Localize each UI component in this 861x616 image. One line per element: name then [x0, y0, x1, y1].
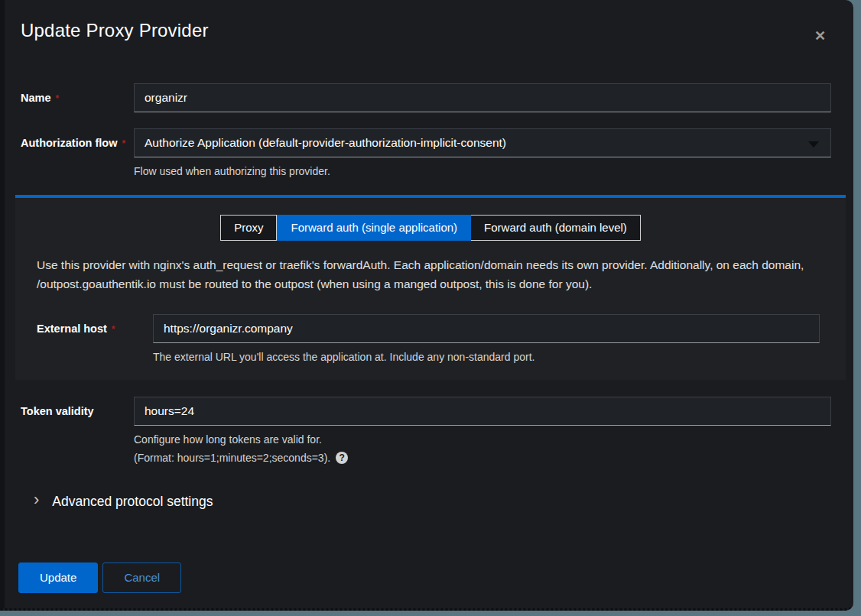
dropdown-caret-icon	[808, 141, 819, 148]
name-row: Name*	[21, 83, 831, 112]
advanced-protocol-settings-toggle[interactable]: › Advanced protocol settings	[34, 493, 853, 510]
required-asterisk: *	[112, 324, 115, 335]
authorization-flow-select[interactable]: Authorize Application (default-provider-…	[134, 128, 831, 157]
close-icon[interactable]: ✕	[810, 24, 830, 47]
tab-forward-auth-domain[interactable]: Forward auth (domain level)	[471, 215, 641, 241]
authorization-flow-label: Authorization flow	[21, 137, 117, 149]
token-validity-row: Token validity Configure how long tokens…	[21, 397, 831, 464]
token-validity-help-line1: Configure how long tokens are valid for.	[134, 432, 831, 447]
question-circle-icon[interactable]: ?	[336, 452, 348, 464]
chevron-right-icon: ›	[34, 491, 39, 508]
token-validity-label: Token validity	[21, 405, 94, 417]
modal-actions: Update Cancel	[18, 563, 853, 593]
cancel-button[interactable]: Cancel	[102, 563, 181, 593]
mode-toggle-group: Proxy Forward auth (single application) …	[37, 215, 824, 241]
token-validity-input[interactable]	[134, 397, 831, 426]
proxy-mode-section: Proxy Forward auth (single application) …	[15, 195, 846, 380]
external-host-label: External host	[37, 323, 107, 335]
advanced-protocol-settings-label: Advanced protocol settings	[52, 494, 213, 510]
provider-form: Name* Authorization flow* Authorize Appl…	[0, 83, 853, 593]
required-asterisk: *	[122, 138, 125, 149]
tab-proxy[interactable]: Proxy	[220, 215, 277, 241]
authorization-flow-help: Flow used when authorizing this provider…	[134, 164, 831, 179]
update-button[interactable]: Update	[18, 563, 98, 593]
mode-description: Use this provider with nginx's auth_requ…	[37, 255, 824, 293]
authorization-flow-selected-value: Authorize Application (default-provider-…	[145, 136, 506, 150]
external-host-help: The external URL you'll access the appli…	[153, 349, 820, 365]
modal-header: Update Proxy Provider ✕	[0, 0, 853, 47]
name-input[interactable]	[134, 83, 831, 112]
tab-forward-auth-single[interactable]: Forward auth (single application)	[277, 215, 471, 241]
modal-title: Update Proxy Provider	[21, 20, 209, 41]
token-validity-help-line2: (Format: hours=1;minutes=2;seconds=3). ?	[134, 452, 831, 464]
authorization-flow-row: Authorization flow* Authorize Applicatio…	[21, 128, 831, 179]
external-host-row: External host* The external URL you'll a…	[37, 314, 820, 365]
external-host-input[interactable]	[153, 314, 820, 343]
required-asterisk: *	[56, 93, 60, 104]
update-proxy-provider-modal: Update Proxy Provider ✕ Name* Authorizat…	[0, 0, 853, 611]
name-label: Name	[21, 92, 51, 104]
